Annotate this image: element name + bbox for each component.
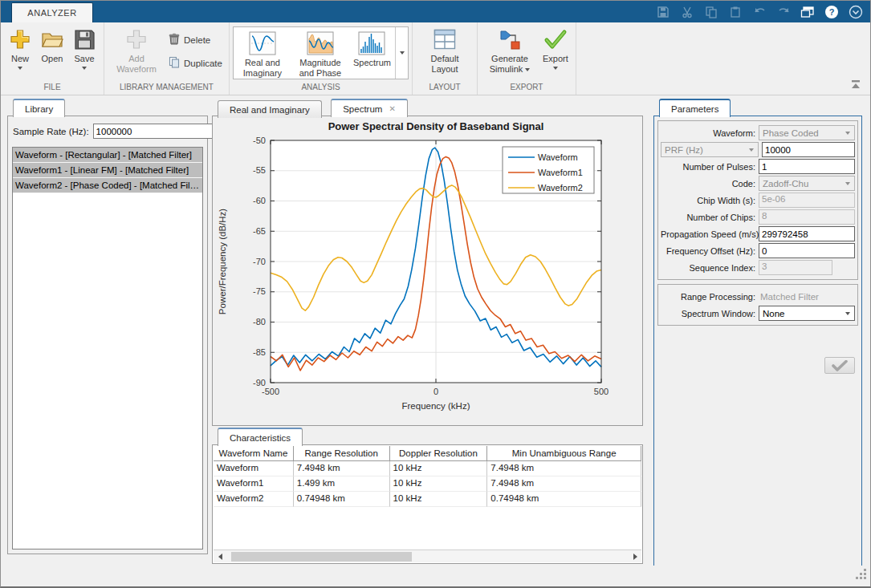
psd-chart: -5000500-90-85-80-75-70-65-60-55-50Power… [213, 116, 642, 424]
propagation-speed-label: Propagation Speed (m/s): [661, 229, 759, 239]
x-tick-label: -500 [262, 387, 279, 396]
ribbon-group-analysis: Real and Imaginary Magnitude and Phase S… [230, 22, 413, 95]
scroll-right-button[interactable] [629, 550, 641, 563]
prf-input[interactable] [762, 142, 855, 157]
waveform-value: Phase Coded [763, 128, 819, 138]
triangle-left-icon [218, 554, 222, 560]
tab-library[interactable]: Library [13, 99, 65, 117]
tab-real-and-imaginary[interactable]: Real and Imaginary [218, 100, 322, 118]
open-button[interactable]: Open [36, 24, 68, 64]
help-icon[interactable]: ? [824, 5, 840, 19]
spectrum-window-value: None [763, 309, 785, 318]
chevron-down-icon [400, 51, 405, 55]
list-item[interactable]: Waveform1 - [Linear FM] - [Matched Filte… [13, 163, 202, 178]
number-of-pulses-input[interactable] [759, 159, 855, 174]
characteristics-panel-body: Waveform NameRange ResolutionDoppler Res… [212, 444, 643, 564]
scroll-left-button[interactable] [214, 550, 226, 563]
real-and-imaginary-button[interactable]: Real and Imaginary [234, 27, 291, 79]
add-waveform-icon [125, 26, 148, 52]
sample-rate-input[interactable] [93, 124, 223, 139]
chevron-down-icon [845, 182, 850, 185]
x-axis-label: Frequency (kHz) [402, 401, 470, 411]
code-value: Zadoff-Chu [763, 179, 808, 189]
ribbon-group-layout: Default Layout LAYOUT [413, 22, 478, 95]
y-tick-label: -65 [253, 226, 266, 236]
spectrum-window-select[interactable]: None [759, 306, 855, 321]
library-tabstrip: Library [7, 99, 208, 116]
list-item[interactable]: Waveform - [Rectangular] - [Matched Filt… [13, 148, 202, 163]
tab-characteristics-label: Characteristics [230, 433, 291, 443]
resize-grip[interactable] [856, 569, 867, 583]
redo-icon [775, 5, 792, 19]
close-icon[interactable]: ✕ [389, 105, 395, 113]
default-layout-button[interactable]: Default Layout [416, 24, 474, 75]
apply-button [824, 357, 855, 374]
add-waveform-button: Add Waveform [108, 24, 165, 75]
chip-width-label: Chip Width (s): [661, 196, 759, 205]
chevron-down-icon [749, 148, 754, 152]
frequency-offset-input[interactable] [759, 243, 855, 258]
ribbon-group-file-label: FILE [4, 82, 100, 95]
save-button[interactable]: Save [68, 24, 100, 70]
table-cell: 7.4948 km [487, 461, 641, 476]
new-button[interactable]: New [4, 24, 36, 70]
chevron-down-icon [553, 67, 558, 70]
generate-simulink-label: Generate Simulink [485, 54, 535, 75]
table-cell: Waveform1 [214, 476, 294, 492]
table-cell: 7.4948 km [294, 461, 390, 476]
horizontal-scrollbar[interactable] [214, 549, 641, 562]
spectrum-icon [358, 30, 385, 56]
tab-parameters[interactable]: Parameters [659, 99, 731, 117]
table-cell: 1.499 km [294, 476, 390, 492]
spectrum-button[interactable]: Spectrum [349, 27, 395, 79]
collapse-ribbon-button[interactable] [847, 78, 865, 91]
real-and-imaginary-icon [249, 30, 276, 56]
default-layout-icon [433, 26, 456, 52]
ribbon-group-layout-label: LAYOUT [416, 82, 474, 95]
gallery-dropdown-button[interactable] [395, 27, 408, 79]
duplicate-button[interactable]: Duplicate [165, 55, 226, 71]
window-switcher-icon[interactable] [800, 5, 816, 19]
propagation-speed-input[interactable] [759, 226, 855, 241]
tab-analyzer[interactable]: ANALYZER [11, 2, 93, 22]
scrollbar-thumb[interactable] [231, 552, 412, 562]
analysis-gallery: Real and Imaginary Magnitude and Phase S… [233, 26, 409, 79]
statusbar [1, 566, 870, 585]
chevron-down-icon [845, 312, 850, 315]
magnitude-and-phase-button[interactable]: Magnitude and Phase [291, 27, 349, 79]
code-select: Zadoff-Chu [759, 176, 855, 191]
export-button[interactable]: Export [539, 24, 572, 70]
table-row[interactable]: Waveform20.74948 km10 kHz0.74948 km [214, 492, 641, 507]
svg-text:?: ? [829, 7, 835, 17]
magnitude-and-phase-label: Magnitude and Phase [295, 58, 345, 79]
list-item[interactable]: Waveform2 - [Phase Coded] - [Matched Fil… [13, 178, 202, 193]
y-tick-label: -85 [253, 347, 266, 357]
triangle-right-icon [633, 554, 637, 560]
x-tick-label: 0 [433, 387, 438, 396]
paste-icon [727, 5, 743, 19]
table-row[interactable]: Waveform7.4948 km10 kHz7.4948 km [214, 461, 641, 476]
characteristics-tabstrip: Characteristics [212, 428, 643, 445]
waveform-list[interactable]: Waveform - [Rectangular] - [Matched Filt… [12, 147, 203, 549]
open-button-label: Open [42, 54, 63, 64]
code-label: Code: [661, 179, 759, 189]
tab-characteristics[interactable]: Characteristics [218, 428, 303, 446]
sequence-index-label: Sequence Index: [661, 263, 759, 273]
chevron-down-icon [525, 68, 530, 71]
generate-simulink-button[interactable]: Generate Simulink [481, 24, 539, 75]
default-layout-label: Default Layout [420, 54, 470, 75]
table-row[interactable]: Waveform11.499 km10 kHz7.4948 km [214, 476, 641, 492]
y-tick-label: -70 [253, 257, 266, 266]
frequency-offset-label: Frequency Offset (Hz): [661, 246, 759, 256]
delete-icon [169, 33, 180, 47]
magnitude-and-phase-icon [307, 30, 334, 56]
minimize-toolstrip-icon[interactable] [848, 5, 864, 19]
delete-button[interactable]: Delete [165, 32, 226, 47]
range-processing-value: Matched Filter [759, 292, 819, 302]
scrollbar-track[interactable] [226, 550, 629, 563]
tab-spectrum[interactable]: Spectrum ✕ [331, 99, 408, 117]
y-tick-label: -80 [253, 317, 266, 326]
legend-entry-label: Waveform [538, 152, 578, 162]
cut-icon [679, 5, 695, 19]
library-panel: Library Sample Rate (Hz): Waveform - [Re… [7, 99, 208, 554]
